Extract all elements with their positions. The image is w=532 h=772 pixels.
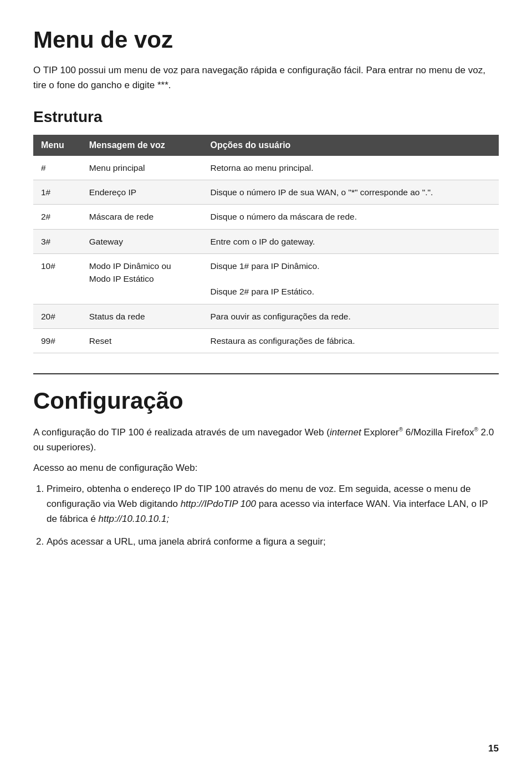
- cell-menu: 20#: [33, 304, 81, 328]
- step-2: Após acessar a URL, uma janela abrirá co…: [47, 534, 499, 549]
- table-row: 20#Status da redePara ouvir as configura…: [33, 304, 499, 328]
- cell-menu: 2#: [33, 205, 81, 229]
- cell-message: Endereço IP: [81, 180, 203, 205]
- col-message: Mensagem de voz: [81, 135, 203, 156]
- estrutura-heading: Estrutura: [33, 108, 499, 126]
- cell-message: Menu principal: [81, 156, 203, 180]
- cell-menu: 99#: [33, 328, 81, 353]
- intro-text: O TIP 100 possui um menu de voz para nav…: [33, 63, 499, 93]
- cell-message: Modo IP Dinâmico ouModo IP Estático: [81, 253, 203, 304]
- cell-options: Entre com o IP do gateway.: [202, 229, 499, 253]
- col-menu: Menu: [33, 135, 81, 156]
- cell-options: Disque o número da máscara de rede.: [202, 205, 499, 229]
- cell-options: Para ouvir as configurações da rede.: [202, 304, 499, 328]
- cell-message: Gateway: [81, 229, 203, 253]
- table-row: #Menu principalRetorna ao menu principal…: [33, 156, 499, 180]
- cell-options: Disque o número IP de sua WAN, o "*" cor…: [202, 180, 499, 205]
- section-divider: [33, 373, 499, 374]
- page-number: 15: [488, 743, 499, 754]
- cell-message: Reset: [81, 328, 203, 353]
- cell-menu: 10#: [33, 253, 81, 304]
- table-header-row: Menu Mensagem de voz Opções do usuário: [33, 135, 499, 156]
- config-heading: Configuração: [33, 388, 499, 414]
- cell-message: Status da rede: [81, 304, 203, 328]
- cell-menu: 3#: [33, 229, 81, 253]
- table-row: 99#ResetRestaura as configurações de fáb…: [33, 328, 499, 353]
- col-options: Opções do usuário: [202, 135, 499, 156]
- cell-options: Disque 1# para IP Dinâmico.Disque 2# par…: [202, 253, 499, 304]
- page-title: Menu de voz: [33, 27, 499, 53]
- table-row: 3#GatewayEntre com o IP do gateway.: [33, 229, 499, 253]
- cell-menu: 1#: [33, 180, 81, 205]
- config-intro: A configuração do TIP 100 é realizada at…: [33, 425, 499, 455]
- cell-options: Restaura as configurações de fábrica.: [202, 328, 499, 353]
- table-row: 1#Endereço IPDisque o número IP de sua W…: [33, 180, 499, 205]
- page-container: Menu de voz O TIP 100 possui um menu de …: [0, 0, 532, 584]
- step-1: Primeiro, obtenha o endereço IP do TIP 1…: [47, 481, 499, 527]
- menu-table: Menu Mensagem de voz Opções do usuário #…: [33, 135, 499, 353]
- cell-message: Máscara de rede: [81, 205, 203, 229]
- table-row: 10#Modo IP Dinâmico ouModo IP EstáticoDi…: [33, 253, 499, 304]
- cell-options: Retorna ao menu principal.: [202, 156, 499, 180]
- table-row: 2#Máscara de redeDisque o número da másc…: [33, 205, 499, 229]
- steps-list: Primeiro, obtenha o endereço IP do TIP 1…: [33, 481, 499, 550]
- access-heading: Acesso ao menu de configuração Web:: [33, 463, 499, 474]
- cell-menu: #: [33, 156, 81, 180]
